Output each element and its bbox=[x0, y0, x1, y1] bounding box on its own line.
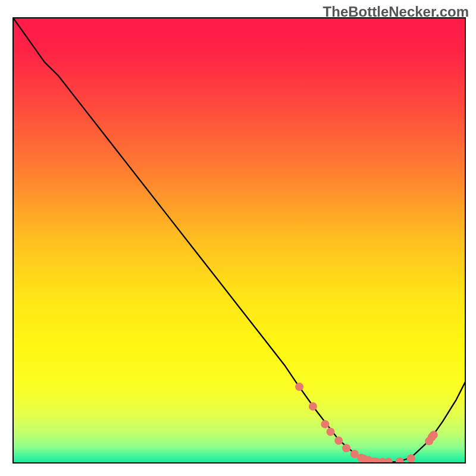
marker-dot bbox=[309, 402, 317, 411]
marker-dot bbox=[430, 431, 438, 439]
marker-dot bbox=[295, 383, 303, 391]
gradient-background bbox=[13, 18, 465, 463]
marker-dot bbox=[327, 428, 335, 436]
marker-dot bbox=[342, 444, 350, 452]
marker-dot bbox=[321, 420, 329, 428]
watermark-text: TheBottleNecker.com bbox=[323, 4, 469, 20]
marker-dot bbox=[384, 458, 393, 466]
bottleneck-chart bbox=[0, 0, 476, 476]
marker-dot bbox=[407, 455, 415, 463]
chart-stage: TheBottleNecker.com bbox=[0, 0, 476, 476]
marker-dot bbox=[334, 437, 343, 445]
marker-dot bbox=[396, 458, 404, 466]
